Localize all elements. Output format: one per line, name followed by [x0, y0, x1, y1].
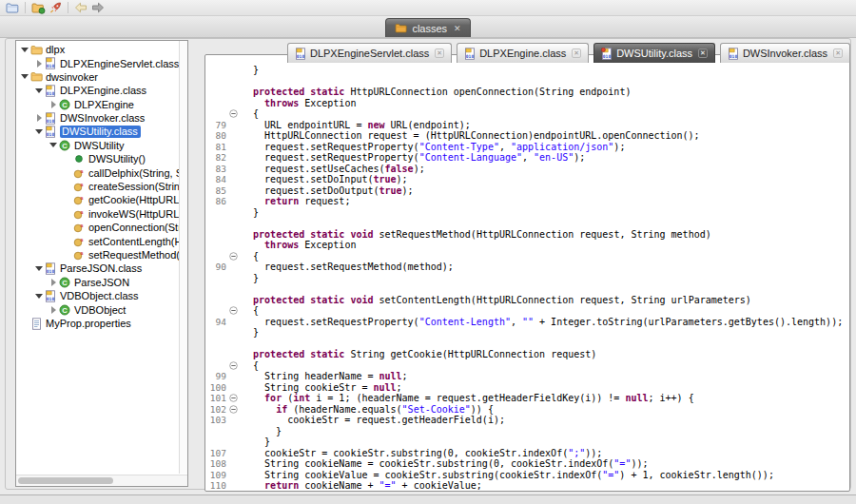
tree-item-dlpx[interactable]: dlpx [16, 43, 179, 56]
class-file-icon: 010 [44, 262, 57, 275]
tree-item-dlpxengineservlet-class[interactable]: 010DLPXEngineServlet.class [16, 56, 179, 69]
code-text: request.setRequestProperty("Content-Leng… [242, 317, 843, 328]
back-icon [74, 2, 88, 13]
close-icon[interactable]: ✕ [572, 48, 581, 58]
code-line: protected static void setContentLength(H… [205, 295, 849, 306]
tree-item-setrequestmethod-http[interactable]: ssetRequestMethod(Http [16, 248, 179, 262]
toolbar-button-search[interactable] [47, 1, 64, 15]
code-line: 90 request.setRequestMethod(method); [205, 262, 849, 273]
static-method-icon: s [72, 181, 86, 192]
chevron-down-icon[interactable] [20, 74, 29, 79]
tree-vertical-scrollbar[interactable] [179, 41, 187, 474]
tree-item-dwsutility[interactable]: DWSUtility() [16, 152, 179, 165]
toolbar [0, 0, 856, 16]
code-text: } [242, 207, 259, 219]
close-icon[interactable]: ✕ [698, 48, 708, 58]
close-icon[interactable]: ✕ [454, 24, 461, 33]
chevron-down-icon[interactable] [34, 266, 44, 271]
tree-item-myprop-properties[interactable]: MyProp.properties [16, 317, 179, 330]
tree-item-calldelphix-string-strin[interactable]: scallDelphix(String, Strin [16, 166, 179, 180]
code-line: 110 return cookieName + "=" + cookieValu… [205, 480, 849, 491]
chevron-down-icon[interactable] [34, 129, 44, 134]
fold-icon[interactable] [229, 306, 242, 315]
editor-tab-label: DLPXEngineServlet.class [310, 48, 429, 59]
tree-item-openconnection-string[interactable]: sopenConnection(String [16, 221, 179, 234]
tree-item-getcookie-httpurlcon[interactable]: sgetCookie(HttpURLCon [16, 193, 179, 206]
toolbar-button-open-file[interactable] [4, 1, 21, 15]
chevron-down-icon[interactable] [49, 143, 58, 147]
tree-item-parsejson-class[interactable]: 010ParseJSON.class [16, 262, 179, 275]
code-text: String headerName = null; [242, 371, 408, 382]
chevron-right-icon[interactable] [49, 306, 58, 314]
tree-item-vdbobject-class[interactable]: 010VDBObject.class [16, 289, 179, 302]
svg-text:s: s [80, 182, 84, 187]
tree-item-dwsinvoker[interactable]: dwsinvoker [16, 70, 179, 84]
toolbar-button-back[interactable] [72, 1, 89, 15]
code-text: return cookieName + "=" + cookieValue; [242, 480, 482, 491]
tree-item-dlpxengine-class[interactable]: 010DLPXEngine.class [16, 84, 179, 97]
chevron-right-icon[interactable] [49, 279, 58, 286]
scrollbar-thumb[interactable] [18, 477, 113, 484]
close-icon[interactable]: ✕ [833, 48, 843, 58]
code-line: } [205, 65, 849, 76]
class-file-icon: 010 [44, 85, 57, 97]
tree-item-dwsinvoker-class[interactable]: 010DWSInvoker.class [16, 111, 179, 125]
tree-item-label: VDBObject.class [60, 290, 139, 301]
editor-tab-dwsinvoker-class[interactable]: 010DWSInvoker.class✕ [720, 43, 850, 63]
code-text: request.setRequestProperty("Content-Lang… [242, 152, 585, 164]
file-tree-panel: dlpx010DLPXEngineServlet.classdwsinvoker… [15, 40, 188, 487]
svg-text:s: s [80, 236, 84, 242]
line-number: 83 [205, 164, 229, 175]
tree-item-dwsutility-class[interactable]: 010DWSUtility.class [16, 125, 179, 138]
code-line: 80 HttpURLConnection request = (HttpURLC… [205, 130, 849, 142]
fold-icon[interactable] [229, 109, 242, 118]
code-line: { [205, 305, 849, 317]
code-line: 82 request.setRequestProperty("Content-L… [205, 152, 849, 164]
editor-tab-dlpxengine-class[interactable]: 010DLPXEngine.class✕ [457, 43, 589, 63]
tree-horizontal-scrollbar[interactable] [16, 475, 187, 486]
constructor-icon [72, 154, 86, 164]
chevron-right-icon[interactable] [49, 101, 58, 108]
tree-item-label: ParseJSON [74, 277, 129, 288]
chevron-down-icon[interactable] [20, 48, 29, 52]
fold-icon[interactable] [229, 394, 242, 402]
tree-item-dwsutility[interactable]: CDWSUtility [16, 139, 179, 152]
tree-item-invokews-httpurlconn[interactable]: sinvokeWS(HttpURLConn [16, 207, 179, 221]
toolbar-button-forward[interactable] [89, 1, 107, 15]
tree-item-label: createSession(String, St [88, 181, 179, 192]
class-file-icon: 010 [464, 48, 476, 60]
code-line: } [205, 273, 849, 284]
code-text: request.setRequestProperty("Content-Type… [242, 142, 625, 153]
code-line: 107 cookieStr = cookieStr.substring(0, c… [205, 448, 849, 459]
chevron-right-icon[interactable] [34, 60, 44, 68]
tree-item-createsession-string-st[interactable]: screateSession(String, St [16, 180, 179, 193]
close-icon[interactable]: ✕ [435, 48, 444, 58]
editor-tab-dlpxengineservlet-class[interactable]: 010DLPXEngineServlet.class✕ [287, 43, 452, 63]
fold-icon[interactable] [229, 252, 242, 261]
chevron-right-icon[interactable] [34, 114, 44, 122]
line-number: 80 [205, 130, 229, 142]
toolbar-button-open-type[interactable] [29, 1, 47, 15]
chevron-down-icon[interactable] [34, 294, 44, 299]
tree-item-vdbobject[interactable]: CVDBObject [16, 302, 179, 316]
code-line: 85 request.setDoOutput(true); [205, 185, 849, 197]
chevron-down-icon[interactable] [34, 88, 44, 93]
svg-text:s: s [80, 167, 84, 173]
line-number: 108 [205, 458, 229, 470]
folder-icon [29, 71, 43, 82]
container-tab-classes[interactable]: classes ✕ [385, 18, 470, 37]
tree-item-setcontentlength-http[interactable]: ssetContentLength(Http [16, 234, 179, 247]
main-content: dlpx010DLPXEngineServlet.classdwsinvoker… [0, 38, 856, 494]
file-tree[interactable]: dlpx010DLPXEngineServlet.classdwsinvoker… [16, 43, 179, 474]
tree-item-parsejson[interactable]: CParseJSON [16, 276, 179, 289]
svg-text:010: 010 [47, 119, 55, 124]
code-line: throws Exception [205, 240, 849, 251]
editor-tab-dwsutility-class[interactable]: 010DWSUtility.class✕ [593, 43, 715, 63]
fold-icon[interactable] [229, 405, 242, 414]
line-number: 84 [205, 174, 229, 185]
fold-icon[interactable] [229, 361, 242, 370]
line-number: 86 [205, 196, 229, 207]
code-line: 99 String headerName = null; [205, 371, 849, 382]
tree-item-dlpxengine[interactable]: CDLPXEngine [16, 98, 179, 111]
code-editor[interactable]: } protected static HttpURLConnection ope… [205, 65, 849, 491]
